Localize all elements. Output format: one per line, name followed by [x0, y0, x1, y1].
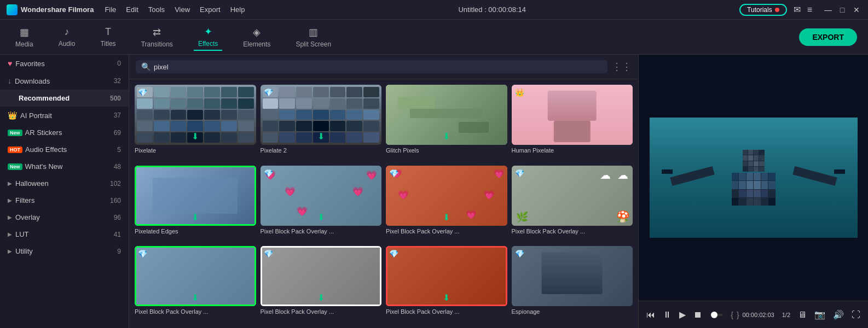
play-button[interactable]: ▶: [677, 308, 688, 321]
sidebar-count-ai-portrait: 37: [114, 112, 121, 119]
toolbar-transitions[interactable]: ⇄ Transitions: [137, 24, 177, 50]
effect-pixel-block-5[interactable]: 💎 ⬇ Pixel Block Pack Overlay ...: [261, 246, 382, 323]
toolbar-audio[interactable]: ♪ Audio: [54, 24, 80, 50]
sidebar-item-overlay[interactable]: ▶ Overlay 96: [0, 209, 129, 226]
gem-badge-espionage: 💎: [515, 249, 524, 258]
effect-pixel-block-4[interactable]: 💎 ⬇ Pixel Block Pack Overlay ...: [135, 246, 256, 323]
new-badge-ar: New: [8, 130, 22, 136]
effect-label-block4: Pixel Block Pack Overlay ...: [135, 308, 256, 315]
step-back-button[interactable]: ⏮: [644, 309, 657, 321]
menu-file[interactable]: File: [105, 5, 116, 14]
search-input[interactable]: [154, 63, 602, 71]
title-bar-right: Tutorials ✉ ≡ — □ ✕: [739, 4, 861, 16]
sidebar-count-whats-new: 48: [114, 163, 121, 171]
effect-glitch-pixels[interactable]: ⬇ Glitch Pixels: [386, 85, 507, 161]
sidebar-label-lut: LUT: [15, 230, 29, 238]
download-icon-edges: ⬇: [192, 212, 199, 222]
grid-toggle-button[interactable]: ⋮⋮: [612, 61, 632, 73]
effect-label-pixelate: Pixelate: [135, 147, 256, 154]
menu-view[interactable]: View: [175, 5, 190, 14]
figure-head: [743, 150, 765, 172]
fullscreen-button[interactable]: ⛶: [849, 309, 863, 321]
media-icon: ▦: [20, 26, 29, 38]
app-logo: Wondershare Filmora: [7, 4, 94, 15]
effect-human-pixelate[interactable]: 👑 Human Pixelate: [512, 85, 633, 161]
toolbar-elements[interactable]: ◈ Elements: [239, 24, 275, 50]
toolbar-effects[interactable]: ✦ Effects: [194, 24, 222, 51]
download-icon-pixelate: ⬇: [192, 131, 199, 142]
pixel-figure: [732, 150, 776, 206]
effect-thumb-block5: 💎 ⬇: [261, 246, 382, 306]
effect-pixelate[interactable]: 💎 ⬇ Pixelate: [135, 85, 256, 161]
toolbar-media[interactable]: ▦ Media: [11, 24, 38, 50]
sidebar-item-whats-new[interactable]: New What's New 48: [0, 158, 129, 175]
download-icon-block5: ⬇: [317, 292, 325, 303]
sidebar-item-utility[interactable]: ▶ Utility 9: [0, 243, 129, 260]
snapshot-button[interactable]: 📷: [812, 308, 828, 321]
effect-pixelate2[interactable]: 💎 ⬇ Pixelate 2: [261, 85, 382, 161]
stop-button[interactable]: ⏹: [691, 309, 704, 321]
sidebar-item-favorites[interactable]: ♥ Favorites 0: [0, 55, 129, 72]
effect-label-glitch: Glitch Pixels: [386, 147, 507, 154]
hot-badge-audio: HOT: [8, 147, 22, 153]
download-icon-pixelate2: ⬇: [317, 131, 325, 142]
heart-icon: ♥: [8, 59, 12, 68]
menu-tools[interactable]: Tools: [148, 5, 165, 14]
titles-label: Titles: [100, 40, 115, 48]
list-icon[interactable]: ≡: [807, 5, 812, 15]
toolbar-split-screen[interactable]: ▥ Split Screen: [291, 24, 335, 50]
frame-back-button[interactable]: ⏸: [661, 309, 674, 321]
in-point-button[interactable]: {: [731, 311, 733, 319]
transitions-label: Transitions: [141, 40, 173, 48]
menu-edit[interactable]: Edit: [126, 5, 138, 14]
sidebar-item-audio-effects[interactable]: HOT Audio Effects 5: [0, 141, 129, 158]
sidebar-item-filters[interactable]: ▶ Filters 160: [0, 192, 129, 209]
speed-selector[interactable]: 1/2: [780, 311, 792, 319]
effect-pixel-block-2[interactable]: 💗 💗 💗 💗 💗 💎 ⬇ Pixel Block Pack Overlay .…: [386, 166, 507, 242]
sidebar-item-lut[interactable]: ▶ LUT 41: [0, 226, 129, 243]
effects-label: Effects: [198, 40, 218, 48]
new-badge-whatsnew: New: [8, 163, 22, 170]
effect-espionage[interactable]: 💎 Espionage: [512, 246, 633, 323]
sidebar-item-halloween[interactable]: ▶ Halloween 102: [0, 175, 129, 192]
sidebar-item-ar-stickers[interactable]: New AR Stickers 69: [0, 124, 129, 141]
timeline-bar[interactable]: [712, 314, 723, 316]
render-preview-button[interactable]: 🖥: [796, 309, 809, 321]
effect-pixel-block-6[interactable]: 💎 ⬇ Pixel Block Pack Overlay ...: [386, 246, 507, 323]
sidebar-label-overlay: Overlay: [15, 213, 40, 221]
effect-label-human: Human Pixelate: [512, 147, 633, 154]
minimize-button[interactable]: —: [823, 5, 833, 15]
effect-pixel-block-1[interactable]: 💗 💗 💗 💗 💗 💎 ⬇ Pixel Block Pack Overlay .…: [261, 166, 382, 242]
sidebar-count-halloween: 102: [110, 180, 121, 188]
maximize-button[interactable]: □: [837, 5, 847, 15]
sidebar-label-ar-stickers: AR Stickers: [25, 128, 62, 137]
content-area: 🔍 ⋮⋮: [129, 55, 638, 328]
tutorials-button[interactable]: Tutorials: [739, 4, 787, 16]
effect-pixel-block-3[interactable]: ☁ ☁ 🌿 🌿 🍄 💎 Pixel Block Pack Overlay ...: [512, 166, 633, 242]
sidebar-item-recommended[interactable]: Recommended 500: [0, 90, 129, 107]
menu-help[interactable]: Help: [230, 5, 245, 14]
out-point-button[interactable]: }: [737, 311, 739, 319]
right-arm: [792, 166, 837, 186]
downloads-icon: ↓: [8, 77, 11, 85]
sidebar-item-ai-portrait[interactable]: 👑 AI Portrait 37: [0, 107, 129, 124]
export-button[interactable]: EXPORT: [799, 28, 857, 46]
effect-thumb-block4: 💎 ⬇: [135, 246, 256, 306]
effects-grid: 💎 ⬇ Pixelate: [129, 79, 638, 328]
gem-badge-block3: 💎: [515, 169, 524, 178]
media-label: Media: [15, 40, 33, 48]
mail-icon[interactable]: ✉: [794, 4, 801, 15]
download-icon-glitch: ⬇: [443, 131, 450, 142]
sidebar-item-downloads[interactable]: ↓ Downloads 32: [0, 72, 129, 90]
effect-thumb-edges: ⬇: [135, 166, 256, 226]
effect-pixelated-edges[interactable]: ⬇ Pixelated Edges: [135, 166, 256, 242]
menu-export[interactable]: Export: [200, 5, 221, 14]
effect-label-block2: Pixel Block Pack Overlay ...: [386, 228, 507, 235]
close-button[interactable]: ✕: [852, 5, 861, 15]
volume-button[interactable]: 🔊: [831, 308, 846, 321]
toolbar-titles[interactable]: T Titles: [96, 24, 120, 50]
search-icon: 🔍: [141, 62, 151, 71]
effect-thumb-pixelate: 💎 ⬇: [135, 85, 256, 145]
effect-label-pixelate2: Pixelate 2: [261, 147, 382, 154]
sidebar-label-audio-effects: Audio Effects: [25, 145, 67, 154]
